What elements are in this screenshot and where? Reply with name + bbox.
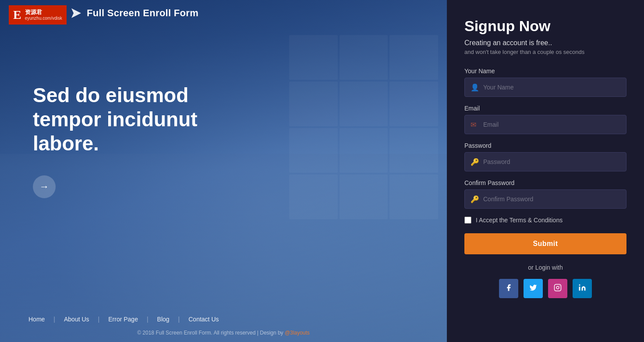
footer-copyright: © 2018 Full Screen Enroll Form. All righ… xyxy=(0,330,447,336)
social-icons xyxy=(464,279,626,298)
submit-label: Submit xyxy=(533,240,558,247)
hero-line3: labore. xyxy=(33,132,99,155)
password-icon: 🔑 xyxy=(471,158,479,166)
password-label: Password xyxy=(464,142,626,149)
bottom-nav: Home | About Us | Error Page | Blog | Co… xyxy=(28,314,219,324)
twitter-icon xyxy=(529,284,537,294)
confirm-password-icon: 🔑 xyxy=(471,195,479,203)
left-panel: E 资源君 eyunzhu.com/vdisk Full Screen Enro… xyxy=(0,0,447,342)
site-title: Full Screen Enroll Form xyxy=(70,7,198,19)
linkedin-icon xyxy=(578,284,586,294)
password-group: Password 🔑 xyxy=(464,142,626,171)
hero-arrow-button[interactable]: → xyxy=(33,175,56,198)
nav-contact[interactable]: Contact Us xyxy=(188,314,219,324)
logo-url: eyunzhu.com/vdisk xyxy=(25,16,62,21)
terms-checkbox[interactable] xyxy=(464,217,471,224)
nav-error[interactable]: Error Page xyxy=(108,314,138,324)
signup-title: Signup Now xyxy=(464,18,626,35)
user-icon: 👤 xyxy=(471,83,479,92)
logo: E 资源君 eyunzhu.com/vdisk xyxy=(9,5,67,25)
site-title-icon xyxy=(70,7,82,19)
name-group: Your Name 👤 xyxy=(464,68,626,97)
or-login-text: or Login with xyxy=(464,264,626,271)
facebook-icon xyxy=(505,284,513,294)
nav-home[interactable]: Home xyxy=(28,314,45,324)
hero-line1: Sed do eiusmod xyxy=(33,84,188,107)
confirm-password-group: Confirm Password 🔑 xyxy=(464,179,626,209)
email-label: Email xyxy=(464,105,626,112)
signup-form: Your Name 👤 Email ✉ Password 🔑 xyxy=(464,68,626,264)
right-panel: Signup Now Creating an account is free..… xyxy=(447,0,644,342)
instagram-button[interactable] xyxy=(548,279,567,298)
facebook-button[interactable] xyxy=(499,279,518,298)
nav-about[interactable]: About Us xyxy=(64,314,89,324)
arrow-right-icon: → xyxy=(39,181,49,192)
email-input[interactable] xyxy=(464,115,626,134)
submit-button[interactable]: Submit xyxy=(464,233,626,254)
linkedin-button[interactable] xyxy=(573,279,592,298)
signup-sub2: and won't take longer than a couple os s… xyxy=(464,49,626,55)
signup-subtitle: Creating an account is free.. xyxy=(464,39,626,47)
confirm-password-input[interactable] xyxy=(464,189,626,209)
terms-row: I Accept the Terms & Conditions xyxy=(464,217,626,224)
hero-line2: tempor incidunut xyxy=(33,108,198,131)
instagram-icon xyxy=(554,284,562,294)
nav-blog[interactable]: Blog xyxy=(157,314,170,324)
terms-label[interactable]: I Accept the Terms & Conditions xyxy=(476,217,563,224)
svg-rect-1 xyxy=(555,284,561,291)
email-group: Email ✉ xyxy=(464,105,626,134)
svg-marker-0 xyxy=(71,8,81,18)
svg-point-3 xyxy=(579,284,580,285)
password-input[interactable] xyxy=(464,152,626,171)
email-icon: ✉ xyxy=(471,121,476,129)
name-label: Your Name xyxy=(464,68,626,75)
name-input[interactable] xyxy=(464,78,626,97)
footer-designer-link[interactable]: @3layouts xyxy=(285,330,310,336)
site-title-text: Full Screen Enroll Form xyxy=(87,7,198,19)
hero-text: Sed do eiusmod tempor incidunut labore. xyxy=(33,83,198,156)
confirm-label: Confirm Password xyxy=(464,179,626,186)
top-bar: E 资源君 eyunzhu.com/vdisk Full Screen Enro… xyxy=(0,0,447,30)
twitter-button[interactable] xyxy=(524,279,543,298)
logo-letter: E xyxy=(13,8,21,22)
logo-cn-text: 资源君 xyxy=(25,9,62,15)
